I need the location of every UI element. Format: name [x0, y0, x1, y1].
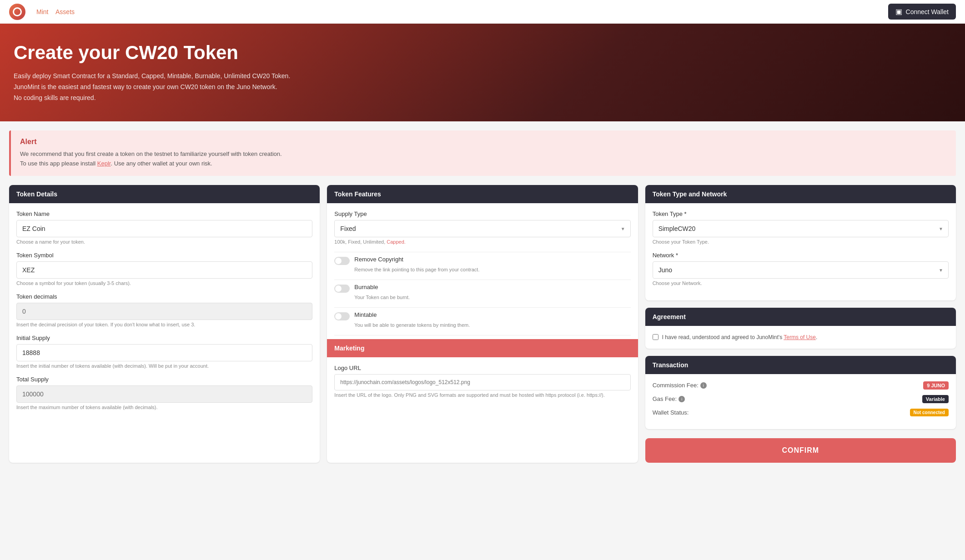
network-select-wrapper: Juno Testnet	[653, 261, 949, 279]
agreement-header: Agreement	[645, 308, 956, 326]
network-select[interactable]: Juno Testnet	[653, 261, 949, 279]
connect-wallet-button[interactable]: ▣ Connect Wallet	[888, 4, 956, 20]
gas-fee-row: Gas Fee: i Variable	[653, 395, 949, 403]
confirm-button[interactable]: CONFIRM	[645, 438, 956, 463]
token-details-header: Token Details	[9, 185, 320, 203]
burnable-row: Burnable	[334, 284, 630, 293]
supply-hint: 100k, Fixed, Unlimited, Capped.	[334, 239, 630, 245]
token-type-group: Token Type * SimpleCW20 Advanced Choose …	[653, 210, 949, 245]
commission-fee-badge: 9 JUNO	[923, 381, 949, 390]
token-decimals-group: Token decimals Insert the decimal precis…	[16, 293, 312, 327]
agreement-checkbox[interactable]	[653, 334, 658, 340]
mintable-knob	[335, 313, 342, 320]
hero-title: Create your CW20 Token	[14, 42, 951, 64]
nav-mint[interactable]: Mint	[36, 8, 48, 15]
token-type-card: Token Type and Network Token Type * Simp…	[645, 185, 956, 300]
remove-copyright-group: Remove Copyright Remove the link pointin…	[334, 256, 630, 272]
agreement-text: I have read, understood and agreed to Ju…	[662, 334, 784, 340]
token-symbol-input[interactable]	[16, 261, 312, 279]
remove-copyright-toggle[interactable]	[334, 257, 350, 265]
right-panel: Token Type and Network Token Type * Simp…	[645, 185, 956, 463]
commission-info-icon[interactable]: i	[700, 382, 707, 389]
commission-fee-label: Commission Fee: i	[653, 382, 707, 389]
commission-fee-row: Commission Fee: i 9 JUNO	[653, 381, 949, 390]
logo[interactable]	[9, 4, 25, 20]
remove-copyright-row: Remove Copyright	[334, 256, 630, 265]
initial-supply-input[interactable]	[16, 344, 312, 361]
hero-desc2: JunoMint is the easiest and fastest way …	[14, 82, 951, 93]
burnable-label: Burnable	[354, 284, 378, 290]
token-features-title: Token Features	[334, 190, 381, 198]
initial-supply-group: Initial Supply Insert the initial number…	[16, 335, 312, 369]
token-type-header: Token Type and Network	[645, 185, 956, 203]
network-label: Network *	[653, 252, 949, 259]
transaction-body: Commission Fee: i 9 JUNO Gas Fee: i Vari…	[645, 374, 956, 429]
token-type-select-wrapper: SimpleCW20 Advanced	[653, 220, 949, 237]
mintable-row: Mintable	[334, 311, 630, 320]
total-supply-input[interactable]	[16, 385, 312, 403]
mintable-toggle[interactable]	[334, 312, 350, 320]
token-decimals-input[interactable]	[16, 303, 312, 320]
mintable-label: Mintable	[354, 311, 377, 318]
total-supply-group: Total Supply Insert the maximum number o…	[16, 376, 312, 410]
supply-type-select[interactable]: Fixed 100k Unlimited Capped	[334, 220, 630, 237]
header: Mint Assets ▣ Connect Wallet	[0, 0, 965, 24]
hero-desc1: Easily deploy Smart Contract for a Stand…	[14, 71, 951, 82]
gas-fee-text: Gas Fee:	[653, 395, 677, 402]
connect-wallet-label: Connect Wallet	[906, 8, 949, 15]
token-name-input[interactable]	[16, 220, 312, 237]
keplr-link[interactable]: Keplr	[97, 160, 111, 167]
agreement-card: Agreement I have read, understood and ag…	[645, 308, 956, 349]
wallet-icon: ▣	[895, 7, 902, 16]
token-decimals-hint: Insert the decimal precision of your tok…	[16, 322, 312, 327]
wallet-status-row: Wallet Status: Not connected	[653, 409, 949, 416]
token-features-card: Token Features Supply Type Fixed 100k Un…	[327, 185, 638, 463]
gas-info-icon[interactable]: i	[679, 396, 685, 402]
divider4	[334, 335, 630, 335]
header-left: Mint Assets	[9, 4, 75, 20]
wallet-status-label: Wallet Status:	[653, 409, 689, 416]
divider2	[334, 280, 630, 280]
burnable-knob	[335, 285, 342, 292]
hero-banner: Create your CW20 Token Easily deploy Sma…	[0, 24, 965, 121]
token-symbol-hint: Choose a symbol for your token (usually …	[16, 280, 312, 286]
marketing-body: Logo URL Insert the URL of the logo. Onl…	[327, 357, 638, 412]
initial-supply-label: Initial Supply	[16, 335, 312, 341]
burnable-group: Burnable Your Token can be burnt.	[334, 284, 630, 300]
marketing-title: Marketing	[334, 345, 364, 352]
alert-text3: . Use any other wallet at your own risk.	[111, 160, 212, 167]
commission-fee-text: Commission Fee:	[653, 382, 699, 389]
wallet-status-badge: Not connected	[910, 409, 949, 416]
supply-type-label: Supply Type	[334, 210, 630, 217]
logo-icon	[13, 7, 22, 16]
network-hint: Choose your Network.	[653, 280, 949, 286]
logo-url-input[interactable]	[334, 374, 630, 390]
burnable-toggle[interactable]	[334, 285, 350, 293]
token-decimals-label: Token decimals	[16, 293, 312, 300]
token-type-hint: Choose your Token Type.	[653, 239, 949, 245]
mintable-hint: You will be able to generate tokens by m…	[354, 322, 630, 328]
token-type-body: Token Type * SimpleCW20 Advanced Choose …	[645, 203, 956, 300]
token-type-select[interactable]: SimpleCW20 Advanced	[653, 220, 949, 237]
alert-box: Alert We recommend that you first create…	[9, 130, 956, 176]
gas-fee-badge: Variable	[922, 395, 949, 403]
nav-assets[interactable]: Assets	[55, 8, 75, 15]
token-features-body: Supply Type Fixed 100k Unlimited Capped …	[327, 203, 638, 420]
token-name-label: Token Name	[16, 210, 312, 217]
main-nav: Mint Assets	[36, 8, 75, 15]
logo-url-label: Logo URL	[334, 365, 630, 371]
gas-fee-label: Gas Fee: i	[653, 395, 685, 402]
token-type-label: Token Type *	[653, 210, 949, 217]
token-symbol-group: Token Symbol Choose a symbol for your to…	[16, 252, 312, 286]
transaction-card: Transaction Commission Fee: i 9 JUNO Gas…	[645, 356, 956, 429]
marketing-header: Marketing	[327, 339, 638, 357]
token-details-title: Token Details	[16, 190, 57, 198]
total-supply-hint: Insert the maximum number of tokens avai…	[16, 405, 312, 410]
main-content: Token Details Token Name Choose a name f…	[0, 185, 965, 472]
agreement-checkbox-row: I have read, understood and agreed to Ju…	[653, 333, 949, 341]
agreement-title: Agreement	[653, 313, 686, 320]
token-details-body: Token Name Choose a name for your token.…	[9, 203, 320, 425]
logo-url-group: Logo URL Insert the URL of the logo. Onl…	[334, 365, 630, 398]
supply-hint-highlight: Capped.	[387, 239, 406, 245]
terms-of-use-link[interactable]: Terms of Use	[784, 334, 816, 340]
